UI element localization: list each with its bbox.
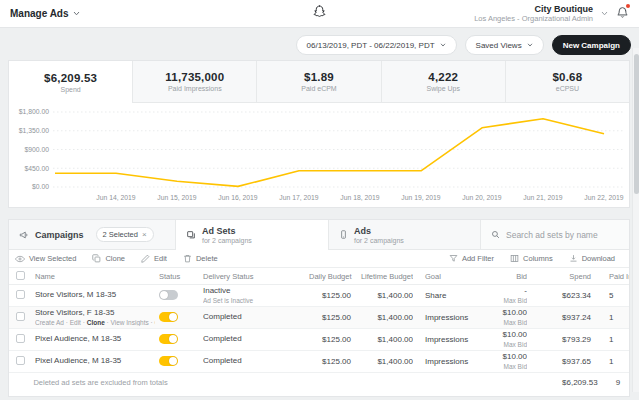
page-title: Manage Ads xyxy=(10,8,69,19)
table-row[interactable]: Store Visitors, M 18-35 Inactive Ad Set … xyxy=(9,285,630,307)
metric-tabs: $6,209.53 Spend 11,735,000 Paid Impressi… xyxy=(9,61,629,103)
table-body: Store Visitors, M 18-35 Inactive Ad Set … xyxy=(9,285,629,373)
metric-tab-paid-ecpm[interactable]: $1.89 Paid eCPM xyxy=(257,61,381,103)
col-header-spend[interactable]: Spend xyxy=(527,272,595,281)
adsets-table-card: Campaigns 2 Selected × Ad Sets for 2 cam… xyxy=(8,219,630,397)
bid-value: - xyxy=(479,287,527,296)
col-header-lifetime-budget[interactable]: Lifetime Budget xyxy=(353,272,413,281)
table-row[interactable]: Pixel Audience, M 18-35 Completed $125.0… xyxy=(9,351,630,373)
scrollbar-thumb[interactable] xyxy=(634,54,639,194)
quick-action[interactable]: Create Ad xyxy=(35,319,64,326)
filter-icon xyxy=(449,254,458,263)
download-button[interactable]: Download xyxy=(569,254,615,263)
tab-campaigns[interactable]: Campaigns 2 Selected × xyxy=(9,220,176,250)
quick-action[interactable]: Edit xyxy=(70,319,81,326)
paid-impressions: 5 xyxy=(609,291,613,300)
search-icon xyxy=(491,230,500,239)
add-filter-button[interactable]: Add Filter xyxy=(449,254,494,263)
svg-text:$1,800.00: $1,800.00 xyxy=(19,108,49,115)
snapchat-ghost-icon xyxy=(312,4,327,19)
tab-ad-sets[interactable]: Ad Sets for 2 campaigns xyxy=(176,220,329,250)
metric-tab-ecpsu[interactable]: $0.68 eCPSU xyxy=(506,61,629,103)
spend: $793.29 xyxy=(562,335,591,344)
svg-text:Jun 20, 2019: Jun 20, 2019 xyxy=(462,194,502,201)
table-row[interactable]: Store Visitors, F 18-35 Create Ad · Edit… xyxy=(9,307,630,329)
svg-text:Jun 16, 2019: Jun 16, 2019 xyxy=(218,194,258,201)
nav-manage-ads[interactable]: Manage Ads xyxy=(10,8,80,19)
metric-tab-swipe-ups[interactable]: 4,222 Swipe Ups xyxy=(382,61,506,103)
view-selected-button[interactable]: View Selected xyxy=(15,254,76,263)
row-checkbox[interactable] xyxy=(16,312,25,321)
daily-budget: $125.00 xyxy=(322,291,351,300)
date-range-picker[interactable]: 06/13/2019, PDT - 06/22/2019, PDT xyxy=(296,35,457,55)
quick-action[interactable]: Clone xyxy=(87,319,105,326)
svg-text:$0.00: $0.00 xyxy=(32,183,49,190)
col-header-goal[interactable]: Goal xyxy=(413,272,479,281)
adset-name: Pixel Audience, M 18-35 xyxy=(35,335,155,344)
table-row[interactable]: Pixel Audience, M 18-35 Completed $125.0… xyxy=(9,329,630,351)
row-checkbox[interactable] xyxy=(16,356,25,365)
table-footer: Deleted ad sets are excluded from totals… xyxy=(9,373,630,396)
status-toggle[interactable] xyxy=(159,334,178,344)
bid-value: $10.00 xyxy=(479,309,527,318)
search-input[interactable] xyxy=(506,230,619,240)
table-toolbar: View Selected Clone Edit Delete Add Fil xyxy=(9,250,629,268)
status-toggle[interactable] xyxy=(159,356,178,366)
spend: $623.34 xyxy=(562,291,591,300)
total-paid-impressions: 9 xyxy=(602,378,630,387)
col-header-bid[interactable]: Bid xyxy=(479,272,527,281)
row-quick-actions[interactable]: Create Ad · Edit · Clone · View Insights… xyxy=(35,319,155,326)
lifetime-budget: $1,400.00 xyxy=(377,357,413,366)
chevron-down-icon xyxy=(527,43,533,47)
status-toggle[interactable] xyxy=(159,312,178,322)
row-checkbox[interactable] xyxy=(16,334,25,343)
account-switcher[interactable]: City Boutique Los Angeles - Organization… xyxy=(474,4,593,23)
quick-action[interactable]: View Insights xyxy=(111,319,149,326)
vertical-scrollbar[interactable] xyxy=(632,48,639,392)
col-header-name[interactable]: Name xyxy=(35,272,155,281)
clear-selection-icon[interactable]: × xyxy=(142,230,147,239)
adset-name: Pixel Audience, M 18-35 xyxy=(35,357,155,366)
adset-name: Store Visitors, M 18-35 xyxy=(35,291,155,300)
row-checkbox[interactable] xyxy=(16,290,25,299)
daily-budget: $125.00 xyxy=(322,357,351,366)
edit-button[interactable]: Edit xyxy=(141,254,167,263)
status-toggle[interactable] xyxy=(159,290,178,300)
col-header-status[interactable]: Status xyxy=(155,272,203,281)
metric-tab-paid-impressions[interactable]: 11,735,000 Paid Impressions xyxy=(133,61,257,103)
tab-ads[interactable]: Ads for 2 campaigns xyxy=(329,220,481,250)
trash-icon xyxy=(183,254,192,263)
bid-value: $10.00 xyxy=(479,353,527,362)
svg-text:Jun 21, 2019: Jun 21, 2019 xyxy=(523,194,563,201)
col-header-delivery-status[interactable]: Delivery Status xyxy=(203,272,309,281)
entity-tabs: Campaigns 2 Selected × Ad Sets for 2 cam… xyxy=(9,220,629,250)
svg-text:$450.00: $450.00 xyxy=(24,165,49,172)
metric-label: Paid eCPM xyxy=(301,85,336,92)
notification-dot xyxy=(626,4,630,8)
columns-button[interactable]: Columns xyxy=(510,254,553,263)
goal: Share xyxy=(425,291,446,300)
date-range-label: 06/13/2019, PDT - 06/22/2019, PDT xyxy=(307,41,435,50)
selected-campaigns-badge[interactable]: 2 Selected × xyxy=(96,227,154,242)
bid-type: Max Bid xyxy=(479,363,527,370)
daily-budget: $125.00 xyxy=(322,313,351,322)
col-header-paid-impressions[interactable]: Paid Impressions xyxy=(595,272,630,281)
select-all-checkbox[interactable] xyxy=(16,271,25,280)
daily-budget: $125.00 xyxy=(322,335,351,344)
paid-impressions: 1 xyxy=(609,357,613,366)
metric-tab-spend[interactable]: $6,209.53 Spend xyxy=(9,61,133,103)
account-name: City Boutique xyxy=(474,4,593,14)
paid-impressions: 1 xyxy=(609,335,613,344)
mobile-phone-icon xyxy=(339,229,348,240)
delete-button[interactable]: Delete xyxy=(183,254,218,263)
metric-value: 11,735,000 xyxy=(165,71,224,83)
saved-views-dropdown[interactable]: Saved Views xyxy=(465,35,544,55)
svg-text:Jun 15, 2019: Jun 15, 2019 xyxy=(157,194,197,201)
clone-button[interactable]: Clone xyxy=(92,254,125,263)
account-role: Los Angeles - Organizational Admin xyxy=(474,14,593,23)
svg-text:Jun 22, 2019: Jun 22, 2019 xyxy=(584,194,624,201)
notifications-button[interactable] xyxy=(616,5,629,23)
col-header-daily-budget[interactable]: Daily Budget xyxy=(309,272,353,281)
new-campaign-button[interactable]: New Campaign xyxy=(552,35,631,55)
delivery-status: Completed xyxy=(203,313,309,322)
